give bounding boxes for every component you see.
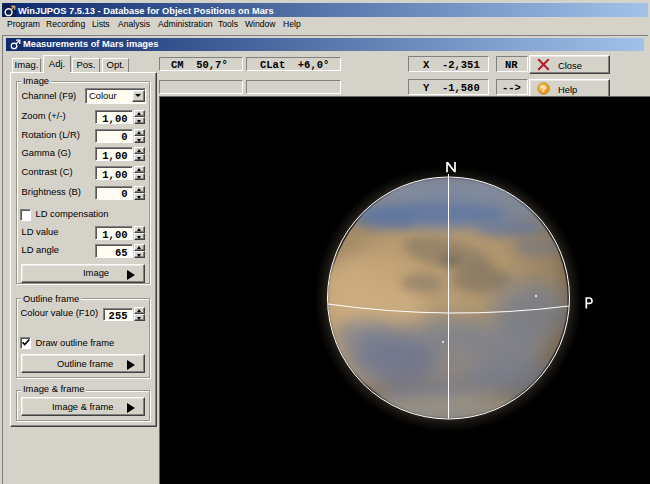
svg-text:?: ? <box>540 84 546 94</box>
